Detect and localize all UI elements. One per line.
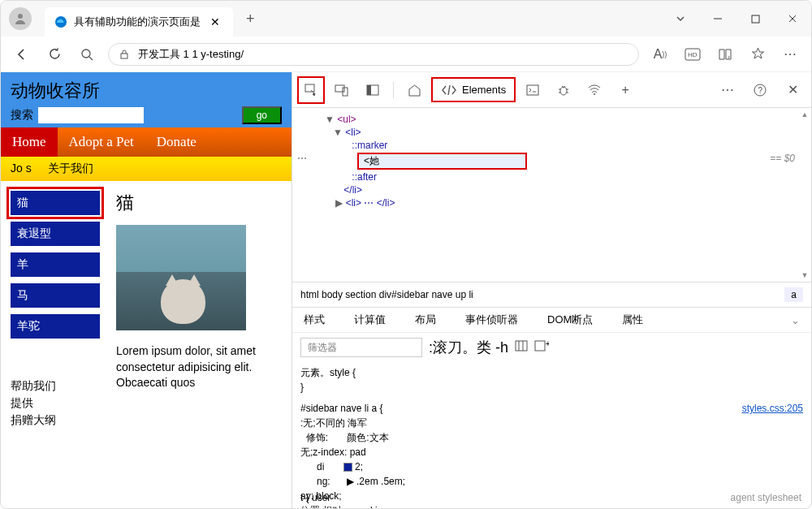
- nav-home[interactable]: Home: [1, 127, 58, 157]
- hov-toggle[interactable]: :滚刀。类 -h: [429, 338, 508, 357]
- url-text: 开发工具 1 1 y-testing/: [138, 47, 244, 62]
- lock-icon: [119, 49, 130, 60]
- tab-close-icon[interactable]: ✕: [207, 15, 223, 28]
- person-icon: [14, 12, 27, 25]
- devtools-toolbar: Elements + ⋯ ? ✕: [292, 72, 811, 108]
- dom-tree[interactable]: ▲▼ ▼ <ul> ▼ <li> ::marker ⋯ <她 == $0 ::a…: [292, 108, 811, 282]
- webpage-viewport: 动物收容所 搜索 go Home Adopt a Pet Donate Jo s…: [1, 72, 292, 508]
- svg-rect-14: [367, 85, 371, 95]
- tab-styles[interactable]: 样式: [304, 313, 325, 327]
- flex-icon[interactable]: [515, 340, 528, 355]
- devtools-close-icon[interactable]: ✕: [782, 80, 803, 101]
- nav-donate[interactable]: Donate: [145, 127, 208, 157]
- svg-rect-6: [121, 54, 127, 58]
- sub-nav: Jo s 关于我们: [1, 157, 292, 181]
- sidebar-item[interactable]: 羊驼: [11, 314, 100, 339]
- address-bar: 开发工具 1 1 y-testing/ A)) HD ♪ ⋯: [1, 37, 811, 72]
- svg-text:HD: HD: [688, 51, 698, 58]
- svg-rect-10: [305, 84, 314, 92]
- hd-icon[interactable]: HD: [681, 43, 704, 66]
- tab-properties[interactable]: 属性: [622, 313, 643, 327]
- devtools-more-icon[interactable]: ⋯: [717, 80, 738, 101]
- cat-photo: [116, 225, 246, 330]
- panel-icon[interactable]: [362, 80, 383, 101]
- new-tab-button[interactable]: +: [240, 7, 261, 31]
- sidebar-item[interactable]: 羊: [11, 252, 100, 277]
- svg-text:♪: ♪: [728, 54, 730, 59]
- styles-tab-bar: 样式 计算值 布局 事件侦听器 DOM断点 属性 ⌄: [292, 307, 811, 332]
- svg-rect-20: [516, 341, 527, 351]
- main-nav: Home Adopt a Pet Donate: [1, 127, 292, 157]
- breadcrumb[interactable]: html body section div#sidebar nave up li…: [292, 282, 811, 307]
- elements-tab[interactable]: Elements: [434, 80, 512, 99]
- tab-computed[interactable]: 计算值: [354, 313, 386, 327]
- bug-icon[interactable]: [553, 80, 574, 101]
- console-tab-icon[interactable]: [522, 80, 543, 101]
- styles-pane[interactable]: 元素。style { } styles.css:205 #sidebar nav…: [292, 362, 811, 508]
- eq0-label: == $0: [770, 153, 795, 164]
- tab-dom-breakpoints[interactable]: DOM断点: [547, 313, 593, 327]
- tab-layout[interactable]: 布局: [415, 313, 436, 327]
- svg-point-0: [18, 14, 23, 19]
- more-icon[interactable]: ⋯: [779, 43, 801, 66]
- svg-rect-23: [535, 341, 545, 351]
- window-dropdown-icon[interactable]: [662, 4, 699, 33]
- add-style-icon[interactable]: +: [534, 340, 549, 355]
- page-title: 动物收容所: [11, 79, 282, 103]
- ua-stylesheet-label: agent stylesheet: [731, 490, 801, 505]
- profile-avatar[interactable]: [9, 7, 32, 30]
- scrollbar[interactable]: ▲▼: [800, 110, 810, 280]
- refresh-button[interactable]: [43, 43, 66, 66]
- favorite-icon[interactable]: [746, 43, 769, 66]
- page-sidebar: 猫 衰退型 羊 马 羊驼 帮助我们 提供 捐赠大纲: [11, 191, 100, 498]
- network-icon[interactable]: [584, 80, 605, 101]
- svg-point-4: [82, 50, 90, 58]
- devtools-panel: Elements + ⋯ ? ✕ ▲▼ ▼ <ul> ▼ <li> ::mark…: [292, 72, 811, 508]
- window-titlebar: 具有辅助功能的演示页面是 ✕ +: [1, 1, 811, 37]
- nav-adopt[interactable]: Adopt a Pet: [58, 127, 145, 157]
- svg-rect-15: [527, 85, 538, 95]
- close-icon[interactable]: [774, 4, 811, 33]
- edge-icon: [54, 15, 67, 28]
- tab-title: 具有辅助功能的演示页面是: [74, 15, 201, 29]
- sidebar-help: 帮助我们 提供 捐赠大纲: [11, 377, 100, 429]
- breadcrumb-current[interactable]: a: [784, 287, 803, 302]
- minimize-icon[interactable]: [699, 4, 736, 33]
- subnav-about[interactable]: 关于我们: [48, 162, 93, 176]
- maximize-icon[interactable]: [736, 4, 774, 33]
- sidebar-item-cats[interactable]: 猫: [11, 191, 100, 215]
- search-icon[interactable]: [76, 43, 98, 66]
- add-tab-icon[interactable]: +: [615, 80, 636, 101]
- gutter-more-icon[interactable]: ⋯: [297, 153, 307, 164]
- svg-line-5: [89, 57, 93, 60]
- sidebar-item[interactable]: 衰退型: [11, 222, 100, 246]
- svg-text:+: +: [546, 340, 549, 348]
- article-body: Lorem ipsum dolor, sit amet consectetur …: [116, 343, 282, 391]
- reader-icon[interactable]: ♪: [714, 43, 736, 66]
- url-input[interactable]: 开发工具 1 1 y-testing/: [108, 43, 639, 66]
- article-title: 猫: [116, 191, 282, 215]
- welcome-tab-icon[interactable]: [404, 80, 425, 101]
- css-source-link[interactable]: styles.css:205: [742, 401, 803, 416]
- device-toggle-icon[interactable]: [331, 80, 352, 101]
- svg-rect-3: [752, 15, 759, 23]
- code-icon: [441, 84, 457, 96]
- sidebar-item[interactable]: 马: [11, 283, 100, 308]
- svg-point-17: [594, 93, 595, 95]
- go-button[interactable]: go: [242, 106, 282, 124]
- subnav-jobs[interactable]: Jo s: [11, 162, 32, 176]
- help-icon[interactable]: ?: [749, 80, 771, 101]
- search-label: 搜索: [11, 108, 33, 123]
- read-aloud-icon[interactable]: A)): [649, 43, 672, 66]
- inspect-element-icon[interactable]: [300, 80, 322, 101]
- selected-dom-node[interactable]: <她: [357, 153, 527, 170]
- browser-tab[interactable]: 具有辅助功能的演示页面是 ✕: [45, 7, 233, 37]
- tab-listeners[interactable]: 事件侦听器: [465, 313, 518, 327]
- svg-text:?: ?: [758, 86, 763, 95]
- color-swatch[interactable]: [343, 463, 352, 472]
- styles-filter-input[interactable]: [300, 338, 422, 357]
- chevron-down-icon[interactable]: ⌄: [791, 314, 800, 326]
- page-search-input[interactable]: [38, 107, 144, 123]
- back-button[interactable]: [11, 43, 33, 66]
